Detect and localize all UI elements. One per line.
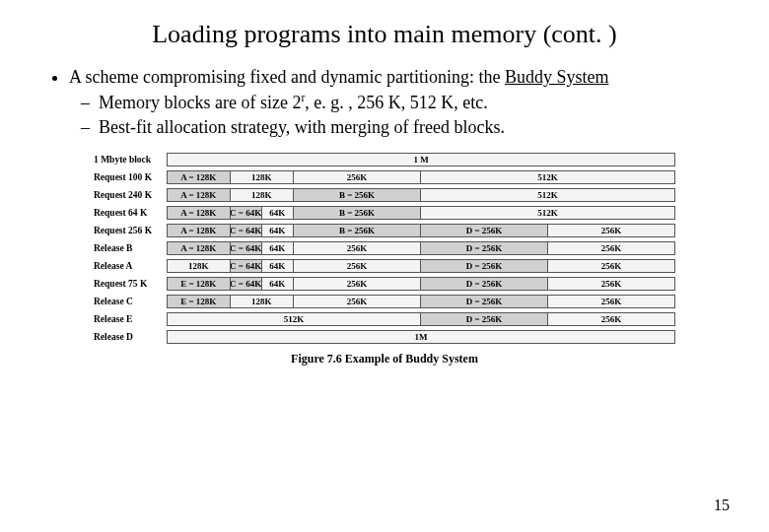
memory-bar: 1 M (167, 153, 675, 166)
page-number: 15 (714, 497, 730, 514)
free-block: 64K (262, 206, 294, 220)
free-block: 256K (548, 224, 675, 237)
allocated-block: D = 256K (421, 241, 548, 255)
allocated-block: B = 256K (294, 224, 421, 237)
sub1-pre: Memory blocks are of size 2 (99, 93, 301, 112)
memory-bar: E = 128K128K256KD = 256K256K (167, 295, 675, 308)
memory-bar: A = 128KC = 64K64KB = 256K512K (167, 206, 675, 220)
allocated-block: C = 64K (231, 224, 262, 237)
free-block: 256K (548, 295, 675, 308)
free-block: 512K (167, 312, 421, 326)
free-block: 256K (294, 170, 421, 184)
free-block: 256K (294, 241, 421, 255)
free-block: 128K (231, 295, 295, 308)
allocated-block: A = 128K (167, 206, 231, 220)
memory-row: Request 256 KA = 128KC = 64K64KB = 256KD… (94, 224, 675, 237)
bullet-main-text: A scheme compromising fixed and dynamic … (69, 67, 505, 87)
row-label: Request 100 K (94, 172, 167, 182)
bullet-main: A scheme compromising fixed and dynamic … (69, 65, 734, 139)
allocated-block: C = 64K (231, 259, 262, 273)
buddy-system-term: Buddy System (505, 67, 609, 87)
row-label: Request 256 K (94, 226, 167, 235)
free-block: 1M (167, 330, 675, 344)
memory-row: Release A128KC = 64K64K256KD = 256K256K (94, 259, 675, 273)
row-label: Release C (94, 297, 167, 306)
sub1-post: , e. g. , 256 K, 512 K, etc. (305, 93, 487, 112)
free-block: 64K (262, 259, 294, 273)
allocated-block: B = 256K (294, 188, 421, 202)
sub-bullet-1: Memory blocks are of size 2r, e. g. , 25… (99, 91, 734, 114)
free-block: 64K (262, 241, 294, 255)
free-block: 64K (262, 277, 294, 291)
free-block: 64K (262, 224, 294, 237)
row-label: Release D (94, 332, 167, 342)
allocated-block: D = 256K (421, 277, 548, 291)
free-block: 512K (421, 188, 675, 202)
memory-row: Request 75 KE = 128KC = 64K64K256KD = 25… (94, 277, 675, 291)
page-title: Loading programs into main memory (cont.… (35, 20, 734, 49)
free-block: 128K (231, 188, 295, 202)
allocated-block: A = 128K (167, 170, 231, 184)
allocated-block: C = 64K (231, 241, 262, 255)
memory-row: Release BA = 128KC = 64K64K256KD = 256K2… (94, 241, 675, 255)
memory-row: 1 Mbyte block1 M (94, 153, 675, 166)
free-block: 1 M (167, 153, 675, 166)
free-block: 512K (421, 206, 675, 220)
allocated-block: D = 256K (421, 312, 548, 326)
bullet-list: A scheme compromising fixed and dynamic … (35, 65, 734, 139)
free-block: 256K (294, 295, 421, 308)
row-label: Request 64 K (94, 208, 167, 218)
free-block: 128K (231, 170, 295, 184)
row-label: Release E (94, 314, 167, 324)
free-block: 512K (421, 170, 675, 184)
memory-bar: 128KC = 64K64K256KD = 256K256K (167, 259, 675, 273)
memory-bar: E = 128KC = 64K64K256KD = 256K256K (167, 277, 675, 291)
allocated-block: D = 256K (421, 259, 548, 273)
row-label: Request 75 K (94, 279, 167, 289)
memory-bar: A = 128KC = 64K64KB = 256KD = 256K256K (167, 224, 675, 237)
allocated-block: A = 128K (167, 224, 231, 237)
memory-row: Request 240 KA = 128K128KB = 256K512K (94, 188, 675, 202)
figure-caption: Figure 7.6 Example of Buddy System (35, 352, 734, 366)
slide: Loading programs into main memory (cont.… (0, 0, 769, 532)
allocated-block: C = 64K (231, 206, 262, 220)
memory-row: Request 64 KA = 128KC = 64K64KB = 256K51… (94, 206, 675, 220)
allocated-block: E = 128K (167, 277, 231, 291)
free-block: 256K (294, 277, 421, 291)
free-block: 128K (167, 259, 231, 273)
allocated-block: D = 256K (421, 295, 548, 308)
row-label: Request 240 K (94, 190, 167, 200)
free-block: 256K (548, 259, 675, 273)
memory-bar: 1M (167, 330, 675, 344)
sub-bullet-list: Memory blocks are of size 2r, e. g. , 25… (69, 91, 734, 139)
free-block: 256K (294, 259, 421, 273)
row-label: Release B (94, 243, 167, 253)
memory-row: Request 100 KA = 128K128K256K512K (94, 170, 675, 184)
free-block: 256K (548, 277, 675, 291)
memory-bar: A = 128K128KB = 256K512K (167, 188, 675, 202)
allocated-block: A = 128K (167, 241, 231, 255)
memory-row: Release CE = 128K128K256KD = 256K256K (94, 295, 675, 308)
row-label: Release A (94, 261, 167, 271)
memory-bar: A = 128KC = 64K64K256KD = 256K256K (167, 241, 675, 255)
free-block: 256K (548, 312, 675, 326)
allocated-block: D = 256K (421, 224, 548, 237)
row-label: 1 Mbyte block (94, 155, 167, 165)
allocated-block: E = 128K (167, 295, 231, 308)
memory-bar: A = 128K128K256K512K (167, 170, 675, 184)
memory-bar: 512KD = 256K256K (167, 312, 675, 326)
allocated-block: C = 64K (231, 277, 262, 291)
memory-row: Release E512KD = 256K256K (94, 312, 675, 326)
allocated-block: B = 256K (294, 206, 421, 220)
free-block: 256K (548, 241, 675, 255)
sub-bullet-2: Best-fit allocation strategy, with mergi… (99, 115, 734, 139)
memory-row: Release D1M (94, 330, 675, 344)
buddy-system-figure: 1 Mbyte block1 MRequest 100 KA = 128K128… (94, 153, 675, 344)
allocated-block: A = 128K (167, 188, 231, 202)
